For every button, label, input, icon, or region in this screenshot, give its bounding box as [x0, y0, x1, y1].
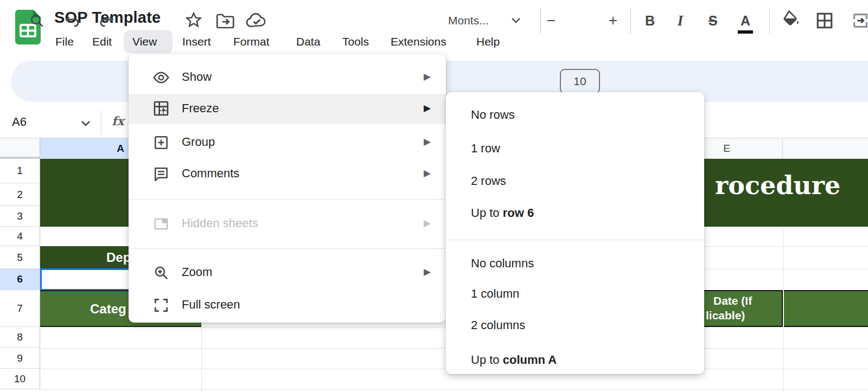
fill-color-swatch [780, 30, 802, 35]
text-color-glyph: A [741, 13, 750, 29]
gridline-vertical [783, 227, 783, 392]
submenu-item-2-rows[interactable]: 2 rows [471, 174, 506, 188]
text-color-swatch [738, 30, 753, 34]
cloud-saved-icon[interactable] [245, 13, 268, 29]
menu-insert[interactable]: Insert [179, 31, 214, 52]
menu-item-comments[interactable]: Comments ▶ [129, 160, 446, 188]
submenu-divider [446, 240, 704, 240]
submenu-item-1-column[interactable]: 1 column [471, 287, 519, 301]
column-header-F[interactable] [783, 138, 868, 159]
row-header-9[interactable]: 9 [0, 348, 40, 369]
formula-bar-divider [101, 111, 101, 134]
menu-item-hidden-sheets-label: Hidden sheets [182, 216, 258, 230]
up-to-column-bold: column A [503, 353, 557, 367]
row-header-8[interactable]: 8 [0, 327, 40, 348]
menu-item-group-label: Group [182, 135, 215, 149]
menu-item-show-label: Show [182, 70, 212, 84]
submenu-arrow-icon: ▶ [424, 71, 431, 82]
row-number: 7 [17, 303, 23, 314]
revision-text-line2: licable) [706, 309, 745, 322]
name-box-caret-icon[interactable] [80, 120, 91, 127]
submenu-item-2-columns[interactable]: 2 columns [471, 318, 525, 332]
row-header-4[interactable]: 4 [0, 227, 40, 246]
row-number: 8 [17, 331, 23, 343]
toolbar-divider [540, 8, 541, 34]
menu-view[interactable]: View [129, 31, 160, 52]
cell-row7-colF[interactable] [784, 290, 868, 327]
gridline [40, 389, 868, 390]
undo-icon [64, 12, 81, 29]
borders-icon [815, 11, 834, 30]
row-number: 3 [17, 210, 23, 222]
freeze-submenu: No rows 1 row 2 rows Up to row 6 No colu… [446, 92, 704, 374]
select-all-corner[interactable] [0, 138, 40, 159]
row-number: 6 [17, 273, 23, 285]
submenu-item-1-row[interactable]: 1 row [471, 142, 500, 156]
up-to-column-prefix: Up to [471, 353, 503, 367]
submenu-arrow-icon: ▶ [424, 168, 431, 179]
menu-item-full-screen[interactable]: Full screen [129, 292, 446, 319]
move-folder-icon[interactable] [216, 13, 235, 29]
menu-item-freeze-label: Freeze [182, 101, 219, 115]
submenu-item-no-rows[interactable]: No rows [471, 108, 515, 122]
submenu-item-up-to-column-A[interactable]: Up to column A [471, 353, 557, 367]
row-header-5[interactable]: 5 [0, 246, 40, 269]
menu-item-group[interactable]: Group ▶ [129, 129, 446, 156]
fx-label: fx [112, 114, 124, 128]
submenu-arrow-icon: ▶ [424, 217, 431, 229]
banner-text-fragment: rocedure [715, 171, 840, 200]
menu-extensions[interactable]: Extensions [387, 31, 450, 52]
menu-item-zoom-label: Zoom [182, 265, 212, 279]
menu-item-full-screen-label: Full screen [182, 298, 240, 312]
row-header-6-selected[interactable]: 6 [0, 269, 40, 290]
strikethrough-button[interactable]: S [701, 0, 725, 41]
menu-data[interactable]: Data [293, 31, 323, 52]
fill-color-button[interactable] [777, 0, 805, 41]
redo-button[interactable] [94, 0, 118, 41]
decrease-font-size-button[interactable]: − [541, 0, 561, 41]
bold-button[interactable]: B [639, 0, 661, 41]
name-box[interactable]: A6 [12, 115, 27, 129]
menu-tools[interactable]: Tools [339, 31, 372, 52]
toolbar-divider [630, 8, 631, 34]
revision-text-line1: Date (If [713, 294, 752, 307]
row-header-1[interactable]: 1 [0, 159, 40, 183]
submenu-item-up-to-row-6[interactable]: Up to row 6 [471, 206, 534, 220]
row-header-3[interactable]: 3 [0, 206, 40, 227]
menu-item-zoom[interactable]: Zoom ▶ [129, 259, 446, 286]
undo-button[interactable] [61, 0, 85, 41]
menu-format[interactable]: Format [230, 31, 273, 52]
borders-button[interactable] [810, 0, 839, 41]
menu-item-show[interactable]: Show ▶ [129, 64, 446, 91]
submenu-item-no-columns[interactable]: No columns [471, 256, 534, 271]
submenu-arrow-icon: ▶ [424, 136, 431, 147]
increase-font-size-button[interactable]: + [603, 0, 623, 41]
department-text-fragment: Dep [106, 250, 131, 265]
text-color-button[interactable]: A [733, 0, 757, 41]
row-number: 9 [17, 352, 23, 364]
font-size-input[interactable]: 10 [560, 69, 600, 94]
up-to-row-prefix: Up to [471, 206, 503, 220]
star-icon[interactable] [184, 11, 203, 29]
redo-icon [98, 12, 115, 29]
font-selector-caret[interactable] [509, 0, 523, 41]
hidden-sheet-icon [152, 215, 170, 233]
row-header-10[interactable]: 10 [0, 369, 40, 389]
row-header-7[interactable]: 7 [0, 290, 40, 327]
font-selector[interactable]: Monts... [448, 0, 519, 41]
menu-item-hidden-sheets[interactable]: Hidden sheets ▶ [129, 210, 446, 237]
row-header-2[interactable]: 2 [0, 183, 40, 206]
chevron-down-icon [512, 18, 520, 23]
menu-item-freeze[interactable]: * Freeze ▶ [129, 95, 446, 123]
row-number: 5 [17, 252, 23, 264]
group-plus-box-icon [152, 134, 170, 151]
merge-cells-icon [851, 11, 868, 30]
merge-cells-button[interactable] [844, 0, 868, 41]
search-button[interactable] [26, 0, 48, 41]
italic-button[interactable]: I [669, 0, 691, 41]
column-header-E-label: E [723, 143, 730, 155]
font-name: Monts... [448, 14, 489, 27]
submenu-arrow-icon: ▶ [424, 102, 431, 114]
menu-item-comments-label: Comments [182, 166, 239, 181]
row-number: 2 [17, 189, 23, 201]
